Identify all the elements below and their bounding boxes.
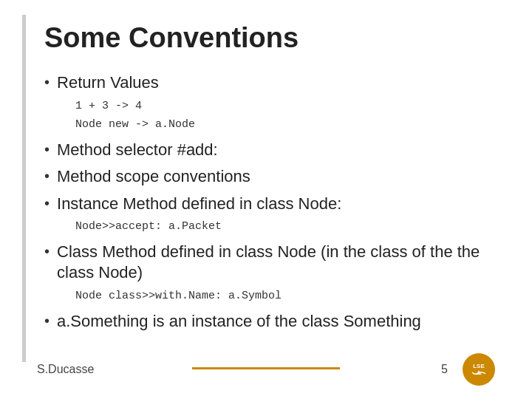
bullet-section-instance-method: • Instance Method defined in class Node:… xyxy=(44,194,495,236)
bullet-section-a-something: • a.Something is an instance of the clas… xyxy=(44,311,495,332)
sub-text-instance-1: Node>>accept: a.Packet xyxy=(75,220,222,233)
slide-content: • Return Values 1 + 3 -> 4 Node new -> a… xyxy=(44,72,495,332)
sub-text-class-1: Node class>>with.Name: a.Symbol xyxy=(75,290,282,302)
bullet-item-class-method: • Class Method defined in class Node (in… xyxy=(44,242,495,284)
lse-logo: LSE xyxy=(463,353,495,386)
lse-logo-svg: LSE xyxy=(465,355,493,383)
bullet-dot: • xyxy=(44,74,50,91)
bullet-dot-4: • xyxy=(44,195,50,212)
bullet-text-method-selector: Method selector #add: xyxy=(57,140,218,161)
bullet-dot-5: • xyxy=(44,243,50,260)
bullet-item-method-scope: • Method scope conventions xyxy=(44,166,495,188)
bullet-item-a-something: • a.Something is an instance of the clas… xyxy=(44,311,495,332)
footer-page-number: 5 xyxy=(441,363,448,376)
bullet-section-class-method: • Class Method defined in class Node (in… xyxy=(44,242,495,305)
sub-item-instance-1: Node>>accept: a.Packet xyxy=(75,219,495,236)
bullet-item-return-values: • Return Values xyxy=(44,72,495,94)
sub-item-return-1: 1 + 3 -> 4 xyxy=(75,98,495,115)
slide: Some Conventions • Return Values 1 + 3 -… xyxy=(0,0,532,399)
sub-item-return-2: Node new -> a.Node xyxy=(75,117,495,134)
bullet-text-a-something: a.Something is an instance of the class … xyxy=(57,311,421,332)
bullet-text-method-scope: Method scope conventions xyxy=(57,166,250,188)
bullet-text-return-values: Return Values xyxy=(57,72,159,94)
bullet-item-method-selector: • Method selector #add: xyxy=(44,140,495,161)
sub-text-return-2: Node new -> a.Node xyxy=(75,118,195,131)
bullet-dot-6: • xyxy=(44,313,50,330)
bullet-section-method-selector: • Method selector #add: xyxy=(44,140,495,161)
bullet-text-instance-method: Instance Method defined in class Node: xyxy=(57,194,341,215)
left-border-decoration xyxy=(22,15,26,362)
sub-text-return-1: 1 + 3 -> 4 xyxy=(75,100,142,112)
bullet-section-return-values: • Return Values 1 + 3 -> 4 Node new -> a… xyxy=(44,72,495,134)
slide-title: Some Conventions xyxy=(44,22,495,54)
bullet-text-class-method: Class Method defined in class Node (in t… xyxy=(57,242,495,284)
svg-text:LSE: LSE xyxy=(473,363,485,369)
footer-author: S.Ducasse xyxy=(37,363,94,376)
sub-item-class-1: Node class>>with.Name: a.Symbol xyxy=(75,288,495,305)
slide-footer: S.Ducasse 5 LSE xyxy=(0,353,532,386)
bullet-section-method-scope: • Method scope conventions xyxy=(44,166,495,188)
footer-orange-line xyxy=(192,367,340,369)
bullet-dot-3: • xyxy=(44,168,50,185)
bullet-item-instance-method: • Instance Method defined in class Node: xyxy=(44,194,495,215)
bullet-dot-2: • xyxy=(44,141,50,158)
footer-center-group xyxy=(192,367,340,372)
svg-point-0 xyxy=(466,356,492,383)
